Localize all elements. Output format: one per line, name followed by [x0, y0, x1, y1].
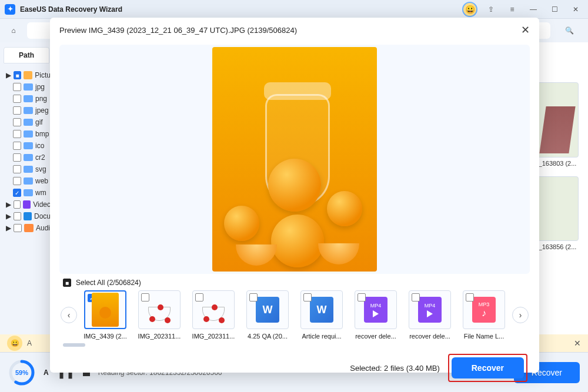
tree-audio[interactable]: ▶Audi	[0, 222, 53, 234]
checkbox[interactable]	[13, 83, 21, 91]
home-icon[interactable]: ⌂	[7, 24, 20, 37]
notification-avatar-icon: 😀	[7, 336, 22, 351]
close-window-button[interactable]: ✕	[568, 2, 583, 17]
tree-item-jpeg[interactable]: jpeg	[0, 105, 53, 116]
checkbox[interactable]	[13, 142, 21, 150]
thumbnail-label: 4.25 QA (20...	[244, 333, 291, 340]
checkbox[interactable]	[13, 177, 21, 185]
thumbnail-item[interactable]: ✓ IMG_3439 (2...	[82, 290, 129, 340]
tree-root-pictures[interactable]: ▶■Pictu	[0, 69, 53, 81]
tree-item-label: web	[35, 177, 48, 185]
thumbnail-item[interactable]: IMG_202311...	[136, 290, 183, 340]
checkbox[interactable]	[13, 153, 21, 162]
tree-item-svg[interactable]: svg	[0, 163, 53, 175]
thumbnail-frame[interactable]: MP4	[409, 290, 451, 329]
tree-item-gif[interactable]: gif	[0, 116, 53, 128]
strip-prev-button[interactable]: ‹	[61, 307, 77, 323]
thumbnail-label: IMG_3439 (2...	[82, 333, 129, 340]
folder-icon	[24, 83, 33, 91]
tree-item-wm[interactable]: ✓ wm	[0, 187, 53, 199]
thumbnail-label: IMG_202311...	[136, 333, 183, 340]
thumbnail-frame[interactable]: MP3♪	[463, 290, 505, 329]
folder-icon	[24, 177, 33, 185]
notification-label: A	[27, 339, 32, 347]
thumbnail-item[interactable]: W 4.25 QA (20...	[244, 290, 291, 340]
titlebar: ✦ EaseUS Data Recovery Wizard 😀 ⇪ ≡ — ☐ …	[0, 0, 588, 19]
select-all-checkbox[interactable]: ■	[63, 279, 71, 287]
tree-item-jpg[interactable]: jpg	[0, 81, 53, 93]
checkbox[interactable]	[13, 95, 21, 103]
strip-next-button[interactable]: ›	[512, 307, 529, 323]
thumbnail-frame[interactable]: W	[300, 290, 343, 329]
tree-item-web[interactable]: web	[0, 175, 53, 187]
tree-item-label: ico	[35, 142, 44, 150]
thumbnail-label: Article requi...	[298, 333, 345, 340]
thumbnail-label: recover dele...	[406, 333, 453, 340]
modal-close-button[interactable]: ✕	[521, 24, 530, 36]
share-icon[interactable]: ⇪	[483, 2, 499, 17]
thumbnail-frame[interactable]	[138, 290, 181, 329]
checkbox[interactable]	[14, 200, 21, 209]
folder-icon	[24, 142, 33, 149]
bg-thumb-caption: _163803 (2...	[536, 160, 579, 167]
tree-item-label: wm	[35, 189, 46, 197]
thumbnail-item[interactable]: IMG_202311...	[190, 290, 237, 340]
checkbox[interactable]	[13, 130, 21, 138]
checkbox[interactable]	[14, 212, 21, 220]
preview-image-area	[59, 45, 530, 274]
status-a-label: A	[44, 368, 49, 377]
notification-close-icon[interactable]: ✕	[574, 339, 581, 348]
thumbnail-item[interactable]: MP4 recover dele...	[406, 290, 453, 340]
thumbnail-frame[interactable]: W	[246, 290, 289, 329]
selection-summary: Selected: 2 files (3.40 MB)	[350, 364, 439, 373]
minimize-button[interactable]: —	[526, 2, 541, 17]
progress-percent: 59%	[8, 359, 35, 386]
tree-documents[interactable]: ▶Docu	[0, 210, 53, 222]
thumbnail-label: recover dele...	[352, 333, 399, 340]
tree-item-label: svg	[35, 165, 46, 173]
bg-thumb[interactable]	[536, 176, 579, 241]
tree-item-ico[interactable]: ico	[0, 140, 53, 152]
modal-title: Preview IMG_3439 (2023_12_21 06_39_47 UT…	[59, 26, 521, 35]
thumbnail-checkbox[interactable]	[466, 293, 474, 301]
thumbnail-item[interactable]: MP3♪ File Name L...	[460, 290, 507, 340]
thumbnail-frame[interactable]	[192, 290, 235, 329]
path-tab[interactable]: Path	[4, 47, 49, 63]
folder-icon	[24, 107, 33, 114]
checkbox[interactable]	[13, 118, 21, 126]
menu-icon[interactable]: ≡	[505, 2, 520, 17]
thumbnail-checkbox[interactable]	[358, 293, 366, 301]
preview-image	[212, 47, 377, 272]
thumbnail-item[interactable]: MP4 recover dele...	[352, 290, 399, 340]
checkbox[interactable]	[13, 106, 21, 115]
thumbnail-frame[interactable]: MP4	[355, 290, 397, 329]
maximize-button[interactable]: ☐	[547, 2, 562, 17]
folder-icon	[24, 119, 33, 126]
thumbnail-frame[interactable]: ✓	[84, 290, 126, 329]
tree-item-png[interactable]: png	[0, 93, 53, 105]
recover-button[interactable]: Recover	[452, 357, 524, 378]
account-avatar-icon[interactable]: 😀	[462, 2, 477, 17]
checkbox[interactable]	[13, 165, 21, 173]
thumbnail-checkbox[interactable]	[412, 293, 420, 301]
search-icon[interactable]: 🔍	[557, 22, 581, 39]
tree-item-bmp[interactable]: bmp	[0, 128, 53, 140]
checkbox[interactable]: ✓	[13, 189, 21, 197]
thumbnail-item[interactable]: W Article requi...	[298, 290, 345, 340]
picture-icon	[24, 71, 32, 79]
tree-item-cr2[interactable]: cr2	[0, 152, 53, 163]
checkbox[interactable]: ■	[14, 71, 21, 79]
bg-thumb[interactable]	[536, 82, 579, 158]
checkbox[interactable]	[14, 224, 22, 232]
scan-progress-ring: 59%	[8, 359, 35, 386]
tree-videos[interactable]: ▶Videc	[0, 199, 53, 210]
folder-icon	[24, 154, 33, 161]
app-title: EaseUS Data Recovery Wizard	[20, 5, 462, 14]
tree-item-label: png	[35, 95, 47, 103]
recover-highlight-box: Recover	[448, 354, 527, 382]
thumbnail-checkbox[interactable]	[303, 293, 312, 301]
thumbnail-checkbox[interactable]	[249, 293, 258, 301]
app-logo-icon: ✦	[5, 4, 15, 15]
tree-item-label: gif	[35, 118, 43, 126]
audio-icon	[24, 224, 34, 232]
